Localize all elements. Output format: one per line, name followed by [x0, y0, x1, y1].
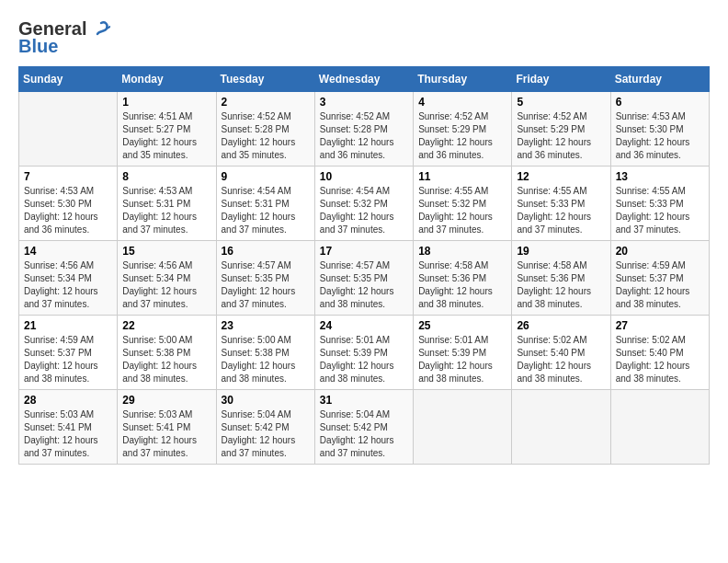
- day-number: 15: [122, 245, 210, 258]
- day-number: 30: [222, 394, 310, 407]
- day-info: Sunrise: 5:02 AMSunset: 5:40 PMDaylight:…: [616, 334, 704, 385]
- day-number: 8: [122, 170, 210, 183]
- day-number: 26: [517, 319, 605, 332]
- day-info: Sunrise: 4:57 AMSunset: 5:35 PMDaylight:…: [320, 259, 408, 311]
- day-cell: [414, 390, 512, 465]
- day-cell: 28Sunrise: 5:03 AMSunset: 5:41 PMDayligh…: [19, 390, 118, 465]
- day-number: 24: [320, 319, 408, 332]
- day-cell: 16Sunrise: 4:57 AMSunset: 5:35 PMDayligh…: [216, 241, 314, 316]
- day-number: 31: [320, 394, 408, 407]
- day-number: 21: [24, 319, 112, 332]
- day-cell: [19, 92, 118, 167]
- day-number: 2: [222, 96, 310, 109]
- day-info: Sunrise: 4:57 AMSunset: 5:35 PMDaylight:…: [222, 259, 310, 311]
- day-info: Sunrise: 4:59 AMSunset: 5:37 PMDaylight:…: [616, 259, 704, 311]
- col-header-sunday: Sunday: [19, 67, 118, 92]
- day-number: 11: [418, 170, 506, 183]
- day-cell: 20Sunrise: 4:59 AMSunset: 5:37 PMDayligh…: [610, 241, 709, 316]
- day-number: 25: [418, 319, 506, 332]
- day-cell: [512, 390, 610, 465]
- day-cell: 3Sunrise: 4:52 AMSunset: 5:28 PMDaylight…: [314, 92, 413, 167]
- col-header-wednesday: Wednesday: [314, 67, 413, 92]
- day-cell: 26Sunrise: 5:02 AMSunset: 5:40 PMDayligh…: [512, 316, 610, 390]
- day-info: Sunrise: 5:04 AMSunset: 5:42 PMDaylight:…: [222, 408, 310, 460]
- day-cell: 11Sunrise: 4:55 AMSunset: 5:32 PMDayligh…: [414, 167, 512, 241]
- day-number: 23: [222, 319, 310, 332]
- day-number: 20: [616, 245, 704, 258]
- day-cell: 29Sunrise: 5:03 AMSunset: 5:41 PMDayligh…: [118, 390, 216, 465]
- week-row-5: 28Sunrise: 5:03 AMSunset: 5:41 PMDayligh…: [19, 390, 710, 465]
- day-info: Sunrise: 4:53 AMSunset: 5:30 PMDaylight:…: [24, 185, 112, 236]
- day-number: 17: [320, 245, 408, 258]
- day-info: Sunrise: 4:54 AMSunset: 5:32 PMDaylight:…: [320, 185, 408, 236]
- day-info: Sunrise: 4:59 AMSunset: 5:37 PMDaylight:…: [24, 334, 112, 385]
- col-header-saturday: Saturday: [610, 67, 709, 92]
- col-header-monday: Monday: [118, 67, 216, 92]
- day-info: Sunrise: 4:58 AMSunset: 5:36 PMDaylight:…: [418, 259, 506, 311]
- day-number: 6: [616, 96, 704, 109]
- day-cell: 25Sunrise: 5:01 AMSunset: 5:39 PMDayligh…: [414, 316, 512, 390]
- day-cell: 19Sunrise: 4:58 AMSunset: 5:36 PMDayligh…: [512, 241, 610, 316]
- week-row-1: 1Sunrise: 4:51 AMSunset: 5:27 PMDaylight…: [19, 92, 710, 167]
- day-info: Sunrise: 4:54 AMSunset: 5:31 PMDaylight:…: [222, 185, 310, 236]
- day-number: 28: [24, 394, 112, 407]
- day-cell: 12Sunrise: 4:55 AMSunset: 5:33 PMDayligh…: [512, 167, 610, 241]
- day-info: Sunrise: 5:00 AMSunset: 5:38 PMDaylight:…: [222, 334, 310, 385]
- day-cell: 1Sunrise: 4:51 AMSunset: 5:27 PMDaylight…: [118, 92, 216, 167]
- day-info: Sunrise: 4:55 AMSunset: 5:33 PMDaylight:…: [616, 185, 704, 236]
- day-number: 29: [122, 394, 210, 407]
- day-cell: 27Sunrise: 5:02 AMSunset: 5:40 PMDayligh…: [610, 316, 709, 390]
- day-info: Sunrise: 5:03 AMSunset: 5:41 PMDaylight:…: [24, 408, 112, 460]
- day-info: Sunrise: 4:55 AMSunset: 5:33 PMDaylight:…: [517, 185, 605, 236]
- day-info: Sunrise: 4:53 AMSunset: 5:31 PMDaylight:…: [122, 185, 210, 236]
- day-cell: 4Sunrise: 4:52 AMSunset: 5:29 PMDaylight…: [414, 92, 512, 167]
- calendar-header-row: SundayMondayTuesdayWednesdayThursdayFrid…: [19, 67, 710, 92]
- day-cell: 21Sunrise: 4:59 AMSunset: 5:37 PMDayligh…: [19, 316, 118, 390]
- day-number: 9: [222, 170, 310, 183]
- day-info: Sunrise: 5:01 AMSunset: 5:39 PMDaylight:…: [320, 334, 408, 385]
- day-cell: 10Sunrise: 4:54 AMSunset: 5:32 PMDayligh…: [314, 167, 413, 241]
- day-cell: 2Sunrise: 4:52 AMSunset: 5:28 PMDaylight…: [216, 92, 314, 167]
- week-row-2: 7Sunrise: 4:53 AMSunset: 5:30 PMDaylight…: [19, 167, 710, 241]
- col-header-thursday: Thursday: [414, 67, 512, 92]
- day-cell: 18Sunrise: 4:58 AMSunset: 5:36 PMDayligh…: [414, 241, 512, 316]
- day-cell: 9Sunrise: 4:54 AMSunset: 5:31 PMDaylight…: [216, 167, 314, 241]
- day-info: Sunrise: 4:52 AMSunset: 5:29 PMDaylight:…: [418, 110, 506, 162]
- day-info: Sunrise: 4:53 AMSunset: 5:30 PMDaylight:…: [616, 110, 704, 162]
- day-info: Sunrise: 4:52 AMSunset: 5:29 PMDaylight:…: [517, 110, 605, 162]
- day-cell: 14Sunrise: 4:56 AMSunset: 5:34 PMDayligh…: [19, 241, 118, 316]
- day-cell: 17Sunrise: 4:57 AMSunset: 5:35 PMDayligh…: [314, 241, 413, 316]
- day-number: 18: [418, 245, 506, 258]
- day-number: 22: [122, 319, 210, 332]
- day-number: 1: [122, 96, 210, 109]
- logo-blue: Blue: [18, 36, 58, 57]
- day-number: 3: [320, 96, 408, 109]
- day-cell: [610, 390, 709, 465]
- day-number: 10: [320, 170, 408, 183]
- day-info: Sunrise: 5:03 AMSunset: 5:41 PMDaylight:…: [122, 408, 210, 460]
- week-row-3: 14Sunrise: 4:56 AMSunset: 5:34 PMDayligh…: [19, 241, 710, 316]
- day-cell: 23Sunrise: 5:00 AMSunset: 5:38 PMDayligh…: [216, 316, 314, 390]
- day-info: Sunrise: 4:51 AMSunset: 5:27 PMDaylight:…: [122, 110, 210, 162]
- day-info: Sunrise: 5:01 AMSunset: 5:39 PMDaylight:…: [418, 334, 506, 385]
- day-number: 14: [24, 245, 112, 258]
- calendar-body: 1Sunrise: 4:51 AMSunset: 5:27 PMDaylight…: [19, 92, 710, 465]
- day-number: 19: [517, 245, 605, 258]
- week-row-4: 21Sunrise: 4:59 AMSunset: 5:37 PMDayligh…: [19, 316, 710, 390]
- day-cell: 13Sunrise: 4:55 AMSunset: 5:33 PMDayligh…: [610, 167, 709, 241]
- day-info: Sunrise: 5:02 AMSunset: 5:40 PMDaylight:…: [517, 334, 605, 385]
- day-info: Sunrise: 4:55 AMSunset: 5:32 PMDaylight:…: [418, 185, 506, 236]
- day-number: 13: [616, 170, 704, 183]
- calendar-table: SundayMondayTuesdayWednesdayThursdayFrid…: [18, 66, 710, 465]
- day-info: Sunrise: 5:04 AMSunset: 5:42 PMDaylight:…: [320, 408, 408, 460]
- day-cell: 15Sunrise: 4:56 AMSunset: 5:34 PMDayligh…: [118, 241, 216, 316]
- day-cell: 7Sunrise: 4:53 AMSunset: 5:30 PMDaylight…: [19, 167, 118, 241]
- day-number: 7: [24, 170, 112, 183]
- day-cell: 5Sunrise: 4:52 AMSunset: 5:29 PMDaylight…: [512, 92, 610, 167]
- day-info: Sunrise: 5:00 AMSunset: 5:38 PMDaylight:…: [122, 334, 210, 385]
- day-info: Sunrise: 4:52 AMSunset: 5:28 PMDaylight:…: [320, 110, 408, 162]
- day-cell: 8Sunrise: 4:53 AMSunset: 5:31 PMDaylight…: [118, 167, 216, 241]
- col-header-friday: Friday: [512, 67, 610, 92]
- day-cell: 30Sunrise: 5:04 AMSunset: 5:42 PMDayligh…: [216, 390, 314, 465]
- day-cell: 22Sunrise: 5:00 AMSunset: 5:38 PMDayligh…: [118, 316, 216, 390]
